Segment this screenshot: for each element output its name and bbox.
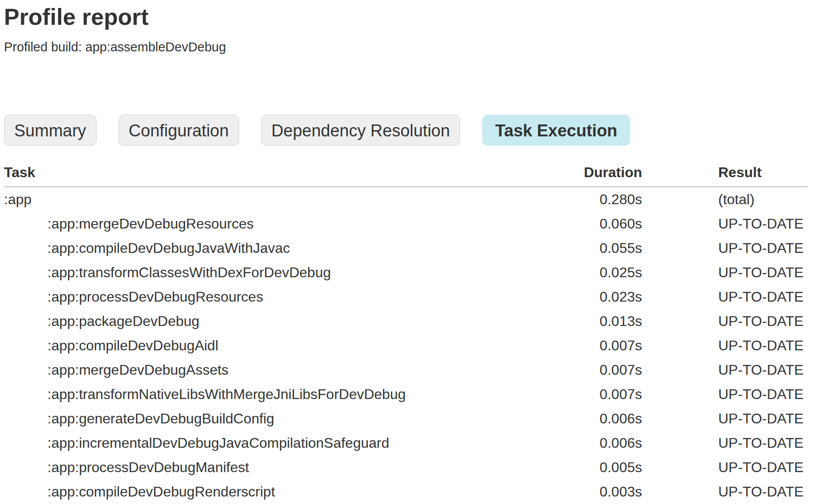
result-cell: UP-TO-DATE xyxy=(642,382,808,407)
duration-cell: 0.007s xyxy=(536,358,642,382)
task-cell: :app:transformNativeLibsWithMergeJniLibs… xyxy=(4,382,536,407)
duration-cell: 0.060s xyxy=(536,212,642,236)
task-cell: :app:processDevDebugManifest xyxy=(4,455,536,480)
result-cell: UP-TO-DATE xyxy=(642,212,808,236)
result-cell: UP-TO-DATE xyxy=(642,285,808,309)
result-cell: (total) xyxy=(642,187,808,212)
table-row: :app:processDevDebugManifest0.005sUP-TO-… xyxy=(4,455,808,480)
duration-cell: 0.007s xyxy=(536,382,642,407)
duration-cell: 0.280s xyxy=(536,187,642,212)
tab-configuration[interactable]: Configuration xyxy=(119,115,239,146)
table-row: :app:compileDevDebugAidl0.007sUP-TO-DATE xyxy=(4,333,808,358)
table-row: :app:processDevDebugResources0.023sUP-TO… xyxy=(4,285,808,309)
result-cell: UP-TO-DATE xyxy=(642,455,808,480)
duration-cell: 0.006s xyxy=(536,431,642,455)
table-row: :app:compileDevDebugRenderscript0.003sUP… xyxy=(4,480,808,504)
page-title: Profile report xyxy=(4,4,808,30)
profiled-build-label: Profiled build: app:assembleDevDebug xyxy=(4,40,808,54)
task-cell: :app:mergeDevDebugAssets xyxy=(4,358,536,382)
task-cell: :app:mergeDevDebugResources xyxy=(4,212,536,236)
duration-cell: 0.005s xyxy=(536,455,642,480)
task-cell: :app xyxy=(4,187,536,212)
table-row: :app:generateDevDebugBuildConfig0.006sUP… xyxy=(4,407,808,431)
column-header-task: Task xyxy=(4,164,536,187)
duration-cell: 0.003s xyxy=(536,480,642,504)
result-cell: UP-TO-DATE xyxy=(642,333,808,358)
column-header-duration: Duration xyxy=(536,164,642,187)
task-cell: :app:compileDevDebugRenderscript xyxy=(4,480,536,504)
column-header-result: Result xyxy=(642,164,808,187)
table-header-row: Task Duration Result xyxy=(4,164,808,187)
table-row: :app:transformNativeLibsWithMergeJniLibs… xyxy=(4,382,808,407)
table-row: :app:transformClassesWithDexForDevDebug0… xyxy=(4,260,808,285)
task-table: Task Duration Result :app0.280s(total):a… xyxy=(4,164,808,504)
tab-task-execution[interactable]: Task Execution xyxy=(482,115,630,146)
tab-dependency-resolution[interactable]: Dependency Resolution xyxy=(261,115,461,146)
task-cell: :app:incrementalDevDebugJavaCompilationS… xyxy=(4,431,536,455)
profile-report-page: Profile report Profiled build: app:assem… xyxy=(0,0,813,504)
duration-cell: 0.055s xyxy=(536,236,642,260)
task-cell: :app:generateDevDebugBuildConfig xyxy=(4,407,536,431)
task-cell: :app:compileDevDebugJavaWithJavac xyxy=(4,236,536,260)
table-row: :app:packageDevDebug0.013sUP-TO-DATE xyxy=(4,309,808,333)
table-row: :app:incrementalDevDebugJavaCompilationS… xyxy=(4,431,808,455)
table-row: :app:mergeDevDebugAssets0.007sUP-TO-DATE xyxy=(4,358,808,382)
tab-bar: SummaryConfigurationDependency Resolutio… xyxy=(4,115,808,146)
result-cell: UP-TO-DATE xyxy=(642,407,808,431)
table-row: :app0.280s(total) xyxy=(4,187,808,212)
duration-cell: 0.023s xyxy=(536,285,642,309)
tab-summary[interactable]: Summary xyxy=(4,115,97,146)
result-cell: UP-TO-DATE xyxy=(642,358,808,382)
result-cell: UP-TO-DATE xyxy=(642,431,808,455)
result-cell: UP-TO-DATE xyxy=(642,260,808,285)
duration-cell: 0.006s xyxy=(536,407,642,431)
duration-cell: 0.025s xyxy=(536,260,642,285)
result-cell: UP-TO-DATE xyxy=(642,236,808,260)
duration-cell: 0.013s xyxy=(536,309,642,333)
task-cell: :app:compileDevDebugAidl xyxy=(4,333,536,358)
task-cell: :app:packageDevDebug xyxy=(4,309,536,333)
table-row: :app:mergeDevDebugResources0.060sUP-TO-D… xyxy=(4,212,808,236)
table-row: :app:compileDevDebugJavaWithJavac0.055sU… xyxy=(4,236,808,260)
task-cell: :app:transformClassesWithDexForDevDebug xyxy=(4,260,536,285)
result-cell: UP-TO-DATE xyxy=(642,480,808,504)
duration-cell: 0.007s xyxy=(536,333,642,358)
result-cell: UP-TO-DATE xyxy=(642,309,808,333)
task-cell: :app:processDevDebugResources xyxy=(4,285,536,309)
